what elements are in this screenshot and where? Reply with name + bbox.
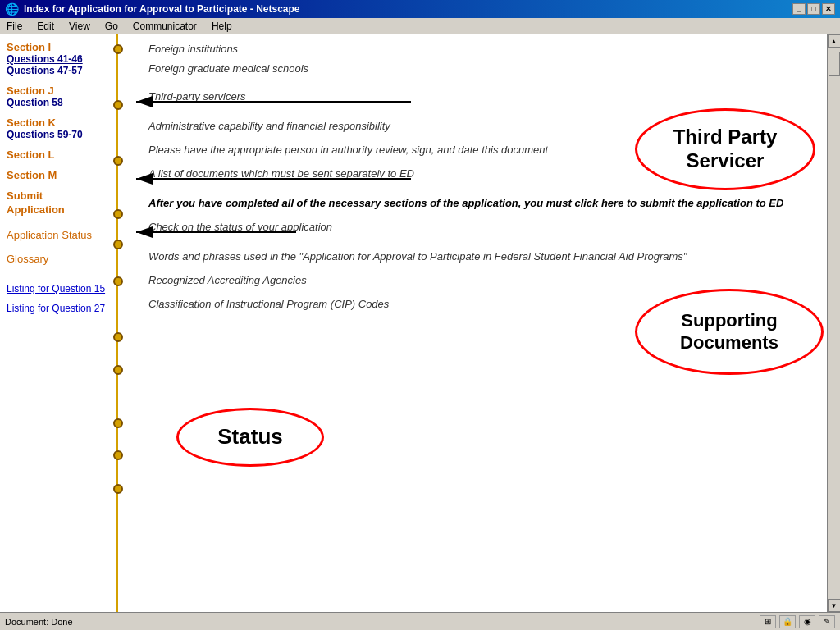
status-text: Document: Done	[5, 617, 73, 627]
row-glossary: Words and phrases used in the "Applicati…	[148, 250, 814, 262]
minimize-button[interactable]: _	[792, 3, 806, 15]
menu-bar: File Edit View Go Communicator Help	[0, 18, 840, 34]
row-app-status: Check on the status of your application	[148, 221, 814, 239]
title-bar: 🌐 Index for Application for Approval to …	[0, 0, 840, 18]
menu-go[interactable]: Go	[102, 20, 121, 33]
desc-section-l: Please have the appropriate person in au…	[148, 144, 548, 156]
desc-admin-cap: Administrative capability and financial …	[148, 120, 390, 132]
sidebar-item-listing-15[interactable]: Listing for Question 15	[7, 283, 112, 294]
window-title: Index for Application for Approval to Pa…	[24, 3, 300, 15]
menu-file[interactable]: File	[3, 20, 25, 33]
status-icon-3: ◉	[799, 615, 815, 628]
scroll-thumb[interactable]	[829, 52, 840, 76]
status-icon-4: ✎	[819, 615, 835, 628]
desc-foreign-inst: Foreign institutions	[148, 43, 238, 59]
scroll-down-button[interactable]: ▼	[828, 599, 841, 612]
scrollbar[interactable]: ▲ ▼	[827, 34, 840, 612]
sidebar-item-section-i[interactable]: Section I	[7, 41, 112, 53]
sidebar-link-q47-57[interactable]: Questions 47-57	[7, 65, 112, 76]
sidebar-item-section-k[interactable]: Section K	[7, 116, 112, 129]
menu-help[interactable]: Help	[208, 20, 235, 33]
row-submit: After you have completed all of the nece…	[148, 197, 814, 209]
menu-edit[interactable]: Edit	[34, 20, 57, 33]
row-section-l: Please have the appropriate person in au…	[148, 144, 814, 156]
close-button[interactable]: ✕	[822, 3, 835, 15]
desc-foreign-grad: Foreign graduate medical schools	[148, 62, 308, 79]
status-icon-1: ⊞	[760, 615, 776, 628]
status-icon-2: 🔒	[779, 615, 796, 628]
row-listing-15: Recognized Accrediting Agencies	[148, 274, 814, 286]
scroll-up-button[interactable]: ▲	[828, 34, 841, 48]
sidebar: Section I Questions 41-46 Questions 47-5…	[0, 34, 135, 612]
desc-glossary: Words and phrases used in the "Applicati…	[148, 250, 687, 262]
row-listing-27: Classification of Instructional Program …	[148, 298, 814, 310]
sidebar-item-listing-27[interactable]: Listing for Question 27	[7, 303, 112, 314]
desc-submit: After you have completed all of the nece…	[148, 197, 783, 209]
status-bar-icons: ⊞ 🔒 ◉ ✎	[760, 615, 835, 628]
row-foreign-inst: Foreign institutions	[148, 43, 814, 59]
sidebar-item-section-m[interactable]: Section M	[7, 169, 112, 181]
window-controls[interactable]: _ □ ✕	[792, 3, 835, 15]
row-foreign-grad: Foreign graduate medical schools	[148, 62, 814, 79]
maximize-button[interactable]: □	[807, 3, 820, 15]
sidebar-item-application-status[interactable]: Application Status	[7, 229, 112, 241]
menu-view[interactable]: View	[66, 20, 94, 33]
desc-listing-15: Recognized Accrediting Agencies	[148, 274, 307, 286]
netscape-icon: 🌐	[5, 2, 19, 16]
sidebar-item-glossary[interactable]: Glossary	[7, 253, 112, 265]
row-section-m: A list of documents which must be sent s…	[148, 167, 814, 185]
desc-listing-27: Classification of Instructional Program …	[148, 298, 389, 310]
sidebar-item-submit-application[interactable]: SubmitApplication	[7, 189, 112, 217]
sidebar-item-section-j[interactable]: Section J	[7, 84, 112, 97]
row-third-party: Third-party servicers	[148, 90, 814, 108]
sidebar-link-q41-46[interactable]: Questions 41-46	[7, 53, 112, 65]
status-bar: Document: Done ⊞ 🔒 ◉ ✎	[0, 612, 840, 630]
sidebar-link-q59-70[interactable]: Questions 59-70	[7, 129, 112, 140]
menu-communicator[interactable]: Communicator	[130, 20, 200, 33]
row-admin-cap: Administrative capability and financial …	[148, 120, 814, 132]
window: 🌐 Index for Application for Approval to …	[0, 0, 840, 630]
scroll-track	[828, 48, 841, 599]
content-area: Foreign institutions Foreign graduate me…	[135, 34, 827, 612]
sidebar-link-q58[interactable]: Question 58	[7, 97, 112, 108]
sidebar-item-section-l[interactable]: Section L	[7, 148, 112, 161]
